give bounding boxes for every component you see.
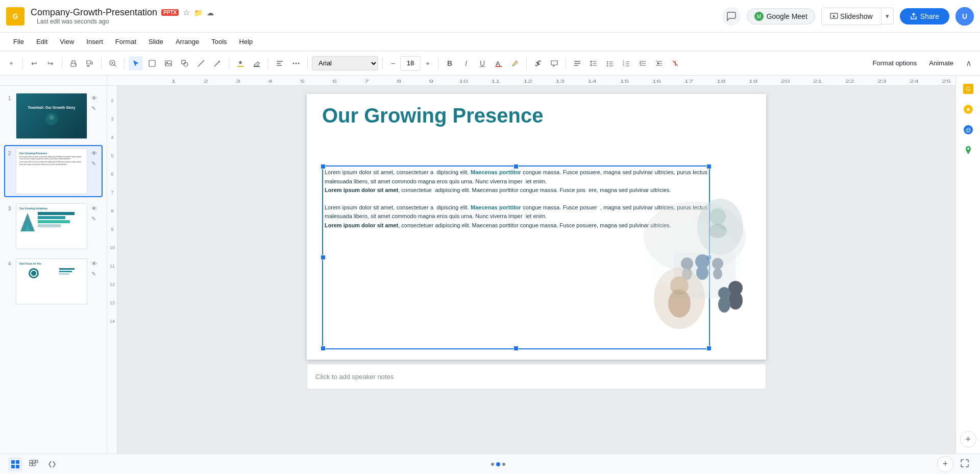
star-icon[interactable]: ☆ <box>183 8 190 17</box>
underline-button[interactable]: U <box>475 56 489 70</box>
slide1-eye-icon[interactable]: 👁 <box>91 95 100 103</box>
folder-icon[interactable]: 📁 <box>194 9 203 17</box>
sidebar-maps-button[interactable] <box>959 141 977 159</box>
filmstrip-view-button[interactable] <box>8 457 22 471</box>
bold-button[interactable]: B <box>443 56 457 70</box>
svg-text:4: 4 <box>111 135 113 140</box>
svg-text:25: 25 <box>942 78 951 83</box>
slideshow-dropdown-button[interactable]: ▾ <box>881 8 894 25</box>
zoom-button[interactable] <box>106 56 120 70</box>
meet-button[interactable]: M Google Meet <box>747 8 815 25</box>
list-button[interactable] <box>603 56 617 70</box>
collapse-panel-button[interactable] <box>45 457 59 471</box>
menu-file[interactable]: File <box>8 36 29 48</box>
speaker-notes[interactable]: Click to add speaker notes <box>307 364 766 389</box>
slide-thumb-2[interactable]: 2 Our Growing Presence Lorem ipsum dolor… <box>4 145 103 197</box>
shapes-button[interactable] <box>178 56 192 70</box>
svg-rect-21 <box>496 66 502 67</box>
slide-thumb-1[interactable]: 1 Townhall: Our Growth Story 👁 ✎ <box>4 90 103 142</box>
indent-decrease-button[interactable] <box>635 56 650 70</box>
indent-increase-button[interactable] <box>652 56 666 70</box>
sidebar-chat-button[interactable]: ★ <box>959 100 977 118</box>
menu-arrange[interactable]: Arrange <box>170 36 204 48</box>
slide1-note-icon[interactable]: ✎ <box>91 105 100 113</box>
main-canvas[interactable]: Our Growing Presence <box>117 86 955 454</box>
slide2-note-icon[interactable]: ✎ <box>91 160 100 169</box>
slide4-note-icon[interactable]: ✎ <box>91 271 100 279</box>
slide-num-4: 4 <box>7 258 12 267</box>
menu-help[interactable]: Help <box>234 36 258 48</box>
handle-bottom-left[interactable] <box>321 346 326 351</box>
doc-title[interactable]: Company-Growth-Presentation <box>31 7 157 18</box>
italic-button[interactable]: I <box>459 56 473 70</box>
separator-11 <box>566 57 566 69</box>
image-button[interactable] <box>161 56 176 70</box>
font-size-increase[interactable]: + <box>422 56 434 70</box>
bottom-center <box>65 462 931 466</box>
avatar[interactable]: U <box>955 7 974 26</box>
slide-thumb-4[interactable]: 4 Our Focus on You <box>4 255 103 307</box>
highlight-button[interactable] <box>508 56 522 70</box>
line-button[interactable] <box>194 56 208 70</box>
slide4-eye-icon[interactable]: 👁 <box>91 260 100 269</box>
slide-heading-container[interactable]: Our Growing Presence <box>322 104 543 127</box>
svg-point-17 <box>293 62 295 64</box>
horizontal-ruler: 1 2 3 4 5 6 7 8 9 10 11 12 13 14 <box>107 76 955 86</box>
font-color-button[interactable]: A <box>492 56 506 70</box>
redo-button[interactable]: ↪ <box>43 56 58 70</box>
menu-insert[interactable]: Insert <box>81 36 108 48</box>
slide-4-icons: 👁 ✎ <box>91 260 100 279</box>
svg-rect-105 <box>36 460 38 463</box>
format-options-btn[interactable]: Format options <box>869 57 921 69</box>
ordered-list-button[interactable]: 1.2.3. <box>619 56 633 70</box>
ruler-numbers: 1 2 3 4 5 6 7 8 9 10 11 12 13 14 <box>117 76 955 86</box>
undo-button[interactable]: ↩ <box>27 56 41 70</box>
line-spacing-button[interactable] <box>586 56 601 70</box>
clear-format-button[interactable] <box>668 56 682 70</box>
font-selector[interactable]: Arial <box>312 56 378 70</box>
cursor-button[interactable] <box>129 56 143 70</box>
add-button[interactable]: ＋ <box>4 56 18 70</box>
font-size-input[interactable] <box>400 56 421 70</box>
slide2-eye-icon[interactable]: 👁 <box>91 150 100 158</box>
more-options-button[interactable] <box>289 56 303 70</box>
cloud-icon[interactable]: ☁ <box>207 9 214 17</box>
paragraph-align-button[interactable] <box>570 56 584 70</box>
print-button[interactable] <box>66 56 81 70</box>
slide2-text: Lorem ipsum dolor sit amet, consectetuer… <box>19 156 84 160</box>
app-logo[interactable]: G <box>6 7 24 26</box>
menu-edit[interactable]: Edit <box>31 36 53 48</box>
fill-color-button[interactable] <box>233 56 248 70</box>
collapse-toolbar-button[interactable]: ∧ <box>962 56 976 70</box>
menu-view[interactable]: View <box>55 36 79 48</box>
paint-format-button[interactable] <box>83 56 97 70</box>
share-button[interactable]: Share <box>900 8 949 25</box>
sidebar-explore-button[interactable]: G <box>959 80 977 98</box>
sidebar-tasks-button[interactable]: @ <box>959 121 977 139</box>
grid-view-button[interactable] <box>27 457 41 471</box>
chat-button[interactable] <box>722 7 741 26</box>
link-button[interactable] <box>531 56 545 70</box>
slide3-eye-icon[interactable]: 👁 <box>91 205 100 214</box>
comment-button[interactable] <box>547 56 561 70</box>
menu-tools[interactable]: Tools <box>206 36 232 48</box>
border-color-button[interactable] <box>250 56 264 70</box>
slide-thumb-3[interactable]: 3 Our Growing Initiatives <box>4 200 103 252</box>
align-left-button[interactable] <box>273 56 287 70</box>
menu-slide[interactable]: Slide <box>143 36 168 48</box>
handle-middle-left[interactable] <box>321 255 326 260</box>
arrow-button[interactable] <box>210 56 225 70</box>
svg-text:6: 6 <box>332 78 337 83</box>
slide3-note-icon[interactable]: ✎ <box>91 216 100 224</box>
zoom-in-bottom-button[interactable]: + <box>937 456 953 472</box>
animate-btn[interactable]: Animate <box>925 57 958 69</box>
slide-image-overlay[interactable] <box>633 186 756 329</box>
handle-bottom-middle[interactable] <box>513 346 519 351</box>
sidebar-add-button[interactable]: + <box>960 431 976 447</box>
font-size-decrease[interactable]: − <box>387 56 399 70</box>
text-button[interactable] <box>145 56 159 70</box>
handle-bottom-right[interactable] <box>706 346 712 351</box>
fullscreen-button[interactable] <box>958 457 972 471</box>
slideshow-button[interactable]: Slideshow <box>821 8 881 25</box>
menu-format[interactable]: Format <box>110 36 141 48</box>
